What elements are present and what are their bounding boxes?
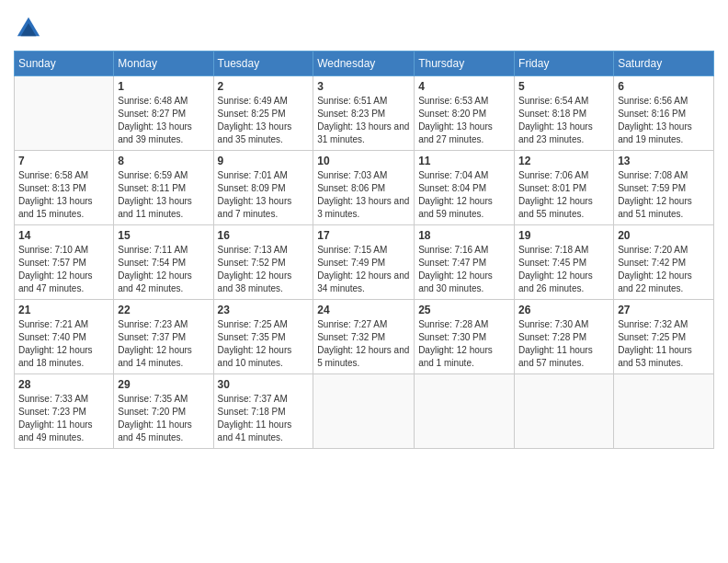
day-content: Sunrise: 7:32 AM Sunset: 7:25 PM Dayligh… (618, 318, 710, 370)
calendar-week-1: 1Sunrise: 6:48 AM Sunset: 8:27 PM Daylig… (15, 75, 714, 150)
day-number: 30 (218, 378, 310, 391)
day-number: 27 (618, 304, 710, 316)
calendar-cell (515, 373, 614, 448)
day-content: Sunrise: 7:13 AM Sunset: 7:52 PM Dayligh… (218, 244, 310, 295)
day-number: 18 (418, 229, 510, 242)
day-content: Sunrise: 6:59 AM Sunset: 8:11 PM Dayligh… (118, 169, 209, 221)
day-content: Sunrise: 7:33 AM Sunset: 7:23 PM Dayligh… (18, 393, 109, 444)
calendar-cell: 5Sunrise: 6:54 AM Sunset: 8:18 PM Daylig… (515, 75, 614, 150)
calendar-cell: 4Sunrise: 6:53 AM Sunset: 8:20 PM Daylig… (415, 75, 515, 150)
day-number: 10 (317, 155, 410, 167)
calendar-cell: 16Sunrise: 7:13 AM Sunset: 7:52 PM Dayli… (213, 224, 313, 299)
calendar-cell: 25Sunrise: 7:28 AM Sunset: 7:30 PM Dayli… (415, 299, 515, 373)
calendar-body: 1Sunrise: 6:48 AM Sunset: 8:27 PM Daylig… (15, 75, 714, 448)
day-number: 22 (118, 304, 209, 316)
calendar-cell: 10Sunrise: 7:03 AM Sunset: 8:06 PM Dayli… (313, 150, 415, 224)
day-number: 13 (618, 155, 710, 167)
logo (14, 15, 41, 45)
day-content: Sunrise: 7:04 AM Sunset: 8:04 PM Dayligh… (418, 169, 510, 221)
calendar-week-3: 14Sunrise: 7:10 AM Sunset: 7:57 PM Dayli… (15, 224, 714, 299)
day-content: Sunrise: 7:16 AM Sunset: 7:47 PM Dayligh… (418, 244, 510, 295)
day-content: Sunrise: 7:35 AM Sunset: 7:20 PM Dayligh… (118, 393, 209, 444)
col-header-thursday: Thursday (415, 51, 515, 75)
day-content: Sunrise: 7:21 AM Sunset: 7:40 PM Dayligh… (18, 318, 109, 370)
calendar-cell: 9Sunrise: 7:01 AM Sunset: 8:09 PM Daylig… (213, 150, 313, 224)
day-number: 16 (218, 229, 310, 242)
calendar-cell: 15Sunrise: 7:11 AM Sunset: 7:54 PM Dayli… (114, 224, 213, 299)
day-content: Sunrise: 6:54 AM Sunset: 8:18 PM Dayligh… (518, 95, 609, 146)
calendar-cell: 28Sunrise: 7:33 AM Sunset: 7:23 PM Dayli… (15, 373, 114, 448)
col-header-sunday: Sunday (15, 51, 114, 75)
day-content: Sunrise: 7:08 AM Sunset: 7:59 PM Dayligh… (618, 169, 710, 221)
calendar-week-4: 21Sunrise: 7:21 AM Sunset: 7:40 PM Dayli… (15, 299, 714, 373)
day-content: Sunrise: 6:56 AM Sunset: 8:16 PM Dayligh… (618, 95, 710, 146)
day-content: Sunrise: 7:27 AM Sunset: 7:32 PM Dayligh… (317, 318, 410, 370)
day-content: Sunrise: 7:03 AM Sunset: 8:06 PM Dayligh… (317, 169, 410, 221)
day-number: 8 (118, 155, 209, 167)
day-content: Sunrise: 7:15 AM Sunset: 7:49 PM Dayligh… (317, 244, 410, 295)
day-number: 11 (418, 155, 510, 167)
day-number: 6 (618, 80, 710, 93)
day-number: 23 (218, 304, 310, 316)
day-number: 29 (118, 378, 209, 391)
day-content: Sunrise: 6:48 AM Sunset: 8:27 PM Dayligh… (118, 95, 209, 146)
calendar-cell: 7Sunrise: 6:58 AM Sunset: 8:13 PM Daylig… (15, 150, 114, 224)
day-number: 24 (317, 304, 410, 316)
day-number: 9 (218, 155, 310, 167)
calendar-cell: 26Sunrise: 7:30 AM Sunset: 7:28 PM Dayli… (515, 299, 614, 373)
day-content: Sunrise: 7:28 AM Sunset: 7:30 PM Dayligh… (418, 318, 510, 370)
day-number: 19 (518, 229, 609, 242)
calendar-cell (614, 373, 714, 448)
calendar-cell (415, 373, 515, 448)
day-content: Sunrise: 6:53 AM Sunset: 8:20 PM Dayligh… (418, 95, 510, 146)
calendar-week-5: 28Sunrise: 7:33 AM Sunset: 7:23 PM Dayli… (15, 373, 714, 448)
day-content: Sunrise: 6:51 AM Sunset: 8:23 PM Dayligh… (317, 95, 410, 146)
calendar-cell: 1Sunrise: 6:48 AM Sunset: 8:27 PM Daylig… (114, 75, 213, 150)
calendar-cell: 27Sunrise: 7:32 AM Sunset: 7:25 PM Dayli… (614, 299, 714, 373)
day-content: Sunrise: 6:58 AM Sunset: 8:13 PM Dayligh… (18, 169, 109, 221)
calendar-cell: 8Sunrise: 6:59 AM Sunset: 8:11 PM Daylig… (114, 150, 213, 224)
calendar-cell: 22Sunrise: 7:23 AM Sunset: 7:37 PM Dayli… (114, 299, 213, 373)
calendar-cell: 3Sunrise: 6:51 AM Sunset: 8:23 PM Daylig… (313, 75, 415, 150)
calendar-cell: 14Sunrise: 7:10 AM Sunset: 7:57 PM Dayli… (15, 224, 114, 299)
calendar-cell: 18Sunrise: 7:16 AM Sunset: 7:47 PM Dayli… (415, 224, 515, 299)
day-content: Sunrise: 7:20 AM Sunset: 7:42 PM Dayligh… (618, 244, 710, 295)
day-content: Sunrise: 7:37 AM Sunset: 7:18 PM Dayligh… (218, 393, 310, 444)
day-content: Sunrise: 7:10 AM Sunset: 7:57 PM Dayligh… (18, 244, 109, 295)
day-content: Sunrise: 7:18 AM Sunset: 7:45 PM Dayligh… (518, 244, 609, 295)
calendar-header: SundayMondayTuesdayWednesdayThursdayFrid… (15, 51, 714, 75)
day-number: 21 (18, 304, 109, 316)
calendar-cell (313, 373, 415, 448)
logo-icon (16, 15, 41, 40)
calendar-cell: 11Sunrise: 7:04 AM Sunset: 8:04 PM Dayli… (415, 150, 515, 224)
calendar-cell: 2Sunrise: 6:49 AM Sunset: 8:25 PM Daylig… (213, 75, 313, 150)
day-content: Sunrise: 7:06 AM Sunset: 8:01 PM Dayligh… (518, 169, 609, 221)
day-content: Sunrise: 7:23 AM Sunset: 7:37 PM Dayligh… (118, 318, 209, 370)
calendar-cell: 12Sunrise: 7:06 AM Sunset: 8:01 PM Dayli… (515, 150, 614, 224)
day-number: 3 (317, 80, 410, 93)
day-number: 7 (18, 155, 109, 167)
col-header-wednesday: Wednesday (313, 51, 415, 75)
day-content: Sunrise: 7:01 AM Sunset: 8:09 PM Dayligh… (218, 169, 310, 221)
day-number: 25 (418, 304, 510, 316)
calendar-cell (15, 75, 114, 150)
calendar-cell: 30Sunrise: 7:37 AM Sunset: 7:18 PM Dayli… (213, 373, 313, 448)
day-number: 2 (218, 80, 310, 93)
day-content: Sunrise: 7:25 AM Sunset: 7:35 PM Dayligh… (218, 318, 310, 370)
day-number: 5 (518, 80, 609, 93)
calendar-cell: 6Sunrise: 6:56 AM Sunset: 8:16 PM Daylig… (614, 75, 714, 150)
calendar-cell: 19Sunrise: 7:18 AM Sunset: 7:45 PM Dayli… (515, 224, 614, 299)
calendar-cell: 13Sunrise: 7:08 AM Sunset: 7:59 PM Dayli… (614, 150, 714, 224)
calendar-cell: 29Sunrise: 7:35 AM Sunset: 7:20 PM Dayli… (114, 373, 213, 448)
day-number: 17 (317, 229, 410, 242)
day-number: 14 (18, 229, 109, 242)
calendar-cell: 24Sunrise: 7:27 AM Sunset: 7:32 PM Dayli… (313, 299, 415, 373)
day-number: 15 (118, 229, 209, 242)
day-number: 28 (18, 378, 109, 391)
col-header-friday: Friday (515, 51, 614, 75)
calendar-cell: 20Sunrise: 7:20 AM Sunset: 7:42 PM Dayli… (614, 224, 714, 299)
calendar-cell: 23Sunrise: 7:25 AM Sunset: 7:35 PM Dayli… (213, 299, 313, 373)
day-number: 12 (518, 155, 609, 167)
day-number: 1 (118, 80, 209, 93)
day-content: Sunrise: 7:30 AM Sunset: 7:28 PM Dayligh… (518, 318, 609, 370)
